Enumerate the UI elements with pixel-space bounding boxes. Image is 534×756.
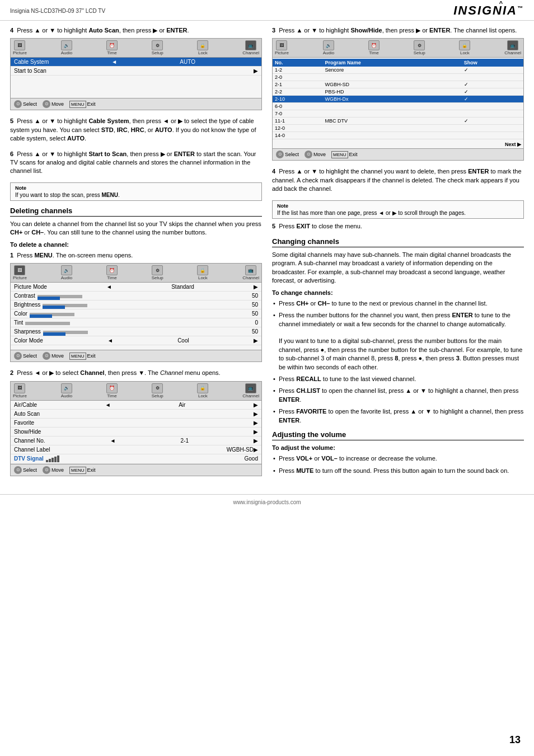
select-btn-2: ⊙	[14, 352, 22, 360]
next-button: Next ▶	[273, 140, 523, 148]
step-d4-block: 4 Press ▲ or ▼ to highlight the channel …	[272, 167, 524, 193]
channel-row-2-1: 2-1 WGBH-SD ✓	[273, 81, 523, 88]
channel-row-14-0: 14-0	[273, 132, 523, 139]
menu-icon-audio-2: 🔊 Audio	[61, 265, 72, 280]
step-d2-block: 2 Press ◄ or ▶ to select Channel, then p…	[10, 369, 262, 476]
bullet-volplus: Press VOL+ or VOL– to increase or decrea…	[272, 454, 524, 463]
page-footer: www.insignia-products.com	[0, 494, 534, 510]
select-btn-4: ⊙	[276, 151, 284, 158]
select-btn-1: ⊙	[14, 100, 22, 108]
menu-icon-channel-2: 📺 Channel	[242, 265, 259, 280]
menu-icon-lock-2: 🔒 Lock	[197, 265, 208, 280]
move-btn-1: ⊙	[43, 100, 50, 108]
bullet-mute: Press MUTE to turn off the sound. Press …	[272, 467, 524, 475]
sub-heading-delete: To delete a channel:	[10, 241, 262, 249]
menu-icon-setup-1: ⚙ Setup	[152, 40, 163, 55]
select-btn-3: ⊙	[14, 466, 22, 474]
menu-icons-row-2: 🖼 Picture 🔊 Audio ⏰ Time ⚙ Setup	[11, 264, 261, 283]
lock-icon-2: 🔒	[197, 265, 208, 275]
channel-row-1-2: 1-2 Sencore ✓	[273, 67, 523, 74]
menu-icon-lock-1: 🔒 Lock	[197, 40, 208, 55]
channel-row-2-0: 2-0	[273, 74, 523, 81]
brightness-slider	[43, 304, 87, 307]
lock-icon-3: 🔒	[197, 383, 208, 393]
menu-btn-1: MENU	[69, 101, 86, 108]
channel-list-table: No. Program Name Show 1-2 Sencore ✓ 2-0	[273, 59, 523, 139]
section-volume: Adjusting the volume	[272, 430, 524, 440]
step-d4-text: 4 Press ▲ or ▼ to highlight the channel …	[272, 167, 524, 193]
menu-row-dtvsignal: DTV Signal Good	[11, 454, 261, 464]
brand-tm: ™	[517, 5, 524, 11]
step-6-text: 6 Press ▲ or ▼ to highlight Start to Sca…	[10, 150, 262, 176]
step-d5-text: 5 Press EXIT to close the menu.	[272, 222, 524, 231]
menu-icon-picture-2: 🖼 Picture	[13, 265, 27, 280]
time-icon-3: ⏰	[106, 383, 118, 393]
channel-row-12-0: 12-0	[273, 125, 523, 132]
contrast-slider	[38, 295, 82, 298]
step-d1-text: 1 Press MENU. The on-screen menu opens.	[10, 251, 262, 260]
step-3-block: 3 Press ▲ or ▼ to highlight Show/Hide, t…	[272, 26, 524, 161]
step-4-block: 4 Press ▲ or ▼ to highlight Auto Scan, t…	[10, 26, 262, 110]
setup-icon-3: ⚙	[152, 383, 163, 393]
menu-icon-channel-1: 📺 Channel	[242, 40, 259, 55]
menu-box-2: 🖼 Picture 🔊 Audio ⏰ Time ⚙ Setup	[10, 263, 262, 362]
menu-btn-4: MENU	[331, 151, 348, 158]
sharpness-slider	[43, 331, 88, 334]
menu-box-4: 🖼 Picture 🔊 Audio ⏰ Time ⚙ Setup	[272, 38, 524, 161]
menu-icon-time-1: ⏰ Time	[106, 40, 118, 55]
menu-row-aircable: Air/Cable ◄ Air ▶	[11, 401, 261, 410]
step-d1-block: 1 Press MENU. The on-screen menu opens. …	[10, 251, 262, 362]
sub-heading-change: To change channels:	[272, 289, 524, 297]
bullet-number: Press the number buttons for the channel…	[272, 311, 524, 372]
menu-footer-2: ⊙ Select ⊙ Move MENU Exit	[11, 350, 261, 361]
menu-row-picture-mode: Picture Mode ◄ Standard ▶	[11, 283, 261, 292]
bullet-recall: Press RECALL to tune to the last viewed …	[272, 375, 524, 383]
note-box-1: Note If you want to stop the scan, press…	[10, 182, 262, 201]
channel-row-2-10: 2-10 WGBH-Dx ✓	[273, 96, 523, 103]
menu-btn-3: MENU	[69, 467, 86, 474]
tint-slider	[25, 322, 70, 325]
bullet-favorite: Press FAVORITE to open the favorite list…	[272, 407, 524, 425]
step-4-num: 4	[10, 27, 13, 34]
setup-icon-1: ⚙	[152, 40, 163, 50]
changing-intro: Some digital channels may have sub-chann…	[272, 251, 524, 285]
menu-empty-space-2	[11, 345, 261, 350]
setup-icon-2: ⚙	[152, 265, 163, 275]
page-header: Insignia NS-LCD37HD-09 37" LCD TV INSIGN…	[0, 0, 534, 21]
menu-row-color: Color 50	[11, 309, 261, 318]
setup-icon-4: ⚙	[414, 40, 425, 50]
menu-footer-3: ⊙ Select ⊙ Move MENU Exit	[11, 464, 261, 476]
section-changing: Changing channels	[272, 237, 524, 247]
page-number: 13	[509, 734, 521, 746]
menu-footer-1: ⊙ Select ⊙ Move MENU Exit	[11, 98, 261, 110]
channel-row-11-1: 11-1 MBC DTV ✓	[273, 118, 523, 125]
menu-icons-row-4: 🖼 Picture 🔊 Audio ⏰ Time ⚙ Setup	[273, 39, 523, 58]
menu-row-favorite: Favorite ▶	[11, 419, 261, 428]
menu-row-showhide: Show/Hide ▶	[11, 428, 261, 436]
move-btn-2: ⊙	[43, 352, 50, 360]
col-program-name-header: Program Name	[323, 59, 462, 67]
deleting-intro: You can delete a channel from the channe…	[10, 220, 262, 237]
start-to-scan-label: Start to Scan	[14, 68, 46, 74]
picture-icon-1: 🖼	[14, 40, 25, 50]
page-title: Insignia NS-LCD37HD-09 37" LCD TV	[10, 8, 105, 14]
step-5-text: 5 Press ▲ or ▼ to highlight Cable System…	[10, 117, 262, 143]
menu-row-sharpness: Sharpness 50	[11, 327, 261, 336]
menu-icon-picture-1: 🖼 Picture	[13, 40, 27, 55]
menu-btn-2: MENU	[69, 353, 86, 360]
menu-row-cable-system: Cable System ◄ AUTO	[11, 58, 261, 67]
menu-footer-4: ⊙ Select ⊙ Move MENU Exit	[273, 148, 523, 160]
bullet-chplus: Press CH+ or CH– to tune to the next or …	[272, 299, 524, 308]
menu-box-3: 🖼 Picture 🔊 Audio ⏰ Time ⚙ Setup	[10, 381, 262, 476]
channel-row-7-0: 7-0	[273, 110, 523, 118]
audio-icon-3: 🔊	[61, 383, 72, 393]
channel-icon-2: 📺	[245, 265, 256, 275]
col-no-header: No.	[273, 59, 323, 67]
note-box-2: Note If the list has more than one page,…	[272, 200, 524, 219]
menu-row-tint: Tint 0	[11, 318, 261, 327]
channel-row-6-0: 6-0	[273, 103, 523, 110]
step-6-block: 6 Press ▲ or ▼ to highlight Start to Sca…	[10, 150, 262, 176]
menu-icons-row-3: 🖼 Picture 🔊 Audio ⏰ Time ⚙ Setup	[11, 382, 261, 401]
step-d5-block: 5 Press EXIT to close the menu.	[272, 222, 524, 231]
move-btn-4: ⊙	[305, 151, 312, 158]
